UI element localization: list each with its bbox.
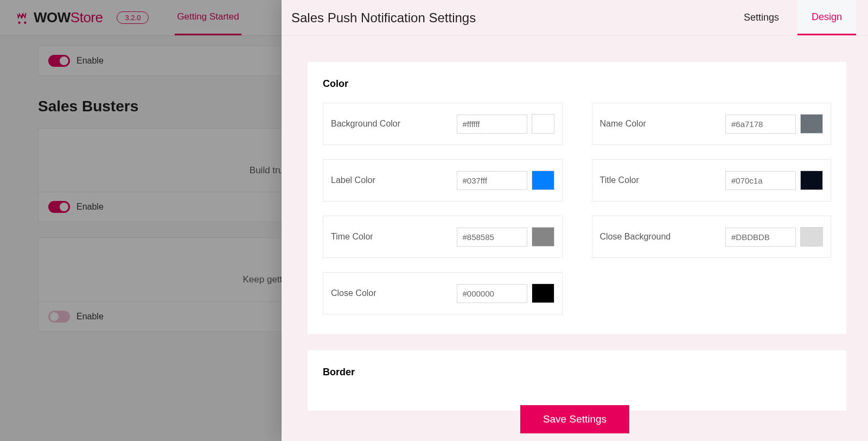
- color-row: Close Color: [323, 272, 563, 314]
- color-label: Title Color: [600, 175, 720, 185]
- border-section: Border: [308, 350, 846, 411]
- color-row: Name Color: [592, 103, 832, 145]
- color-swatch[interactable]: [532, 227, 554, 247]
- panel-tabs: Settings Design: [730, 0, 856, 35]
- tab-settings[interactable]: Settings: [730, 0, 793, 35]
- panel-header: Sales Push Notification Settings Setting…: [282, 0, 868, 36]
- color-input[interactable]: [457, 115, 527, 134]
- color-swatch[interactable]: [800, 227, 823, 247]
- panel-body[interactable]: Color Background Color Name Color Label …: [282, 36, 868, 441]
- section-heading: Color: [323, 78, 831, 90]
- color-swatch[interactable]: [800, 114, 823, 134]
- color-input[interactable]: [457, 228, 527, 247]
- tab-design[interactable]: Design: [797, 0, 856, 35]
- color-label: Background Color: [331, 119, 451, 129]
- color-swatch[interactable]: [800, 171, 823, 190]
- color-label: Close Color: [331, 288, 451, 298]
- color-label: Name Color: [600, 119, 720, 129]
- settings-panel: Sales Push Notification Settings Setting…: [282, 0, 868, 441]
- save-button[interactable]: Save Settings: [520, 405, 629, 433]
- color-label: Close Background: [600, 232, 720, 242]
- color-swatch[interactable]: [532, 114, 554, 134]
- color-label: Label Color: [331, 175, 451, 185]
- color-input[interactable]: [457, 171, 527, 190]
- color-row: Time Color: [323, 216, 563, 258]
- color-input[interactable]: [725, 228, 796, 247]
- color-row: Label Color: [323, 159, 563, 201]
- color-row: Background Color: [323, 103, 563, 145]
- panel-footer: Save Settings: [282, 405, 868, 433]
- color-swatch[interactable]: [532, 284, 554, 303]
- section-heading: Border: [323, 367, 831, 378]
- color-row: Close Background: [592, 216, 832, 258]
- color-input[interactable]: [725, 171, 796, 190]
- color-row: Title Color: [592, 159, 832, 201]
- color-input[interactable]: [725, 115, 796, 134]
- color-section: Color Background Color Name Color Label …: [308, 62, 846, 334]
- color-label: Time Color: [331, 232, 451, 242]
- color-input[interactable]: [457, 284, 527, 303]
- panel-title: Sales Push Notification Settings: [291, 10, 476, 26]
- color-swatch[interactable]: [532, 171, 554, 190]
